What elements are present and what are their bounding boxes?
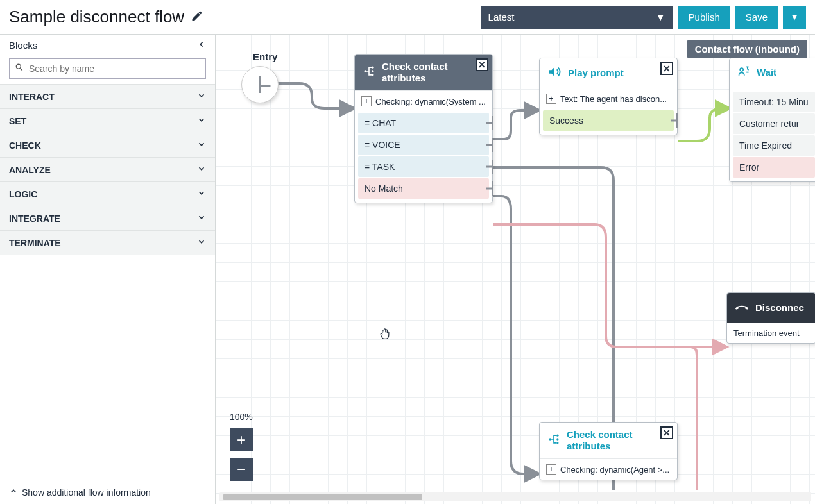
chevron-down-icon <box>197 115 206 126</box>
play-prompt-node[interactable]: Play prompt ✕ + Text: The agent has disc… <box>539 58 678 135</box>
svg-point-2 <box>372 67 373 69</box>
node-title: Check contact attributes <box>382 61 485 84</box>
chevron-down-icon <box>197 164 206 175</box>
node-title: Play prompt <box>568 67 624 79</box>
zoom-in-button[interactable]: + <box>230 428 253 451</box>
disconnect-icon <box>735 299 749 316</box>
branch-voice[interactable]: = VOICE <box>358 135 489 155</box>
expand-icon[interactable]: + <box>361 96 372 106</box>
scrollbar-thumb[interactable] <box>223 494 422 500</box>
close-icon[interactable]: ✕ <box>660 62 673 75</box>
node-config-row[interactable]: + Checking: dynamic(System ... <box>355 90 492 112</box>
entry-port-icon <box>241 66 279 103</box>
branch-task[interactable]: = TASK <box>358 156 489 177</box>
node-title: Wait <box>757 67 776 78</box>
branch-success[interactable]: Success <box>543 110 674 131</box>
horizontal-scrollbar[interactable] <box>219 492 811 501</box>
expand-icon[interactable]: + <box>546 94 556 104</box>
node-title: Disconnec <box>755 302 804 314</box>
flow-canvas[interactable]: Entry Check contact attributes ✕ + Check… <box>216 35 815 504</box>
svg-point-9 <box>556 442 558 444</box>
disconnect-node[interactable]: Disconnec Termination event <box>726 292 815 344</box>
chevron-down-icon <box>197 189 206 199</box>
branch-error[interactable]: Error <box>733 157 815 178</box>
check-attributes-node-2[interactable]: Check contact attributes ✕ + Checking: d… <box>539 422 678 480</box>
close-icon[interactable]: ✕ <box>476 58 488 71</box>
svg-point-3 <box>372 70 373 72</box>
branch-nomatch[interactable]: No Match <box>358 178 489 199</box>
chevron-down-icon <box>197 237 206 248</box>
sidebar-title: Blocks <box>9 40 37 51</box>
zoom-level: 100% <box>230 412 253 422</box>
page-title: Sample disconnect flow <box>9 7 184 27</box>
svg-point-8 <box>556 438 558 440</box>
node-config-row[interactable]: + Checking: dynamic(Agent >... <box>540 458 677 480</box>
branch-time-expired[interactable]: Time Expired <box>733 135 815 156</box>
svg-point-1 <box>365 70 366 72</box>
expand-icon[interactable]: + <box>546 464 556 475</box>
chevron-down-icon <box>197 91 206 102</box>
edit-title-icon[interactable] <box>191 10 203 25</box>
svg-point-7 <box>556 435 558 437</box>
version-label: Latest <box>488 12 515 22</box>
branch-chat[interactable]: = CHAT <box>358 113 489 133</box>
save-button[interactable]: Save <box>735 6 778 29</box>
publish-button[interactable]: Publish <box>678 6 730 29</box>
sidebar-cat-integrate[interactable]: INTEGRATE <box>0 206 215 231</box>
entry-label: Entry <box>253 51 279 62</box>
zoom-out-button[interactable]: − <box>230 458 253 481</box>
sidebar-cat-interact[interactable]: INTERACT <box>0 84 215 109</box>
branch-customer-return[interactable]: Customer retur <box>733 113 815 134</box>
svg-point-5 <box>740 68 743 71</box>
flow-type-badge: Contact flow (inbound) <box>687 40 807 58</box>
sidebar-cat-set[interactable]: SET <box>0 108 215 133</box>
speaker-icon <box>547 65 562 81</box>
branch-timeout[interactable]: Timeout: 15 Minu <box>733 92 815 112</box>
svg-point-4 <box>372 74 373 76</box>
sidebar-cat-logic[interactable]: LOGIC <box>0 181 215 206</box>
search-input-wrap[interactable] <box>9 58 206 79</box>
sidebar-cat-analyze[interactable]: ANALYZE <box>0 157 215 182</box>
chevron-down-icon <box>197 213 206 224</box>
branch-icon <box>547 433 560 448</box>
close-icon[interactable]: ✕ <box>660 426 673 439</box>
node-title: Check contact attributes <box>567 429 669 452</box>
wait-node[interactable]: Wait Timeout: 15 Minu Customer retur Tim… <box>729 58 815 182</box>
version-dropdown[interactable]: Latest ▼ <box>481 6 673 29</box>
search-input[interactable] <box>29 63 200 74</box>
node-config-row: Termination event <box>727 323 815 343</box>
entry-node[interactable]: Entry <box>232 51 279 103</box>
collapse-sidebar-icon[interactable] <box>197 40 206 51</box>
svg-point-0 <box>16 64 21 69</box>
sidebar-cat-terminate[interactable]: TERMINATE <box>0 230 215 255</box>
svg-point-6 <box>549 438 551 440</box>
search-icon <box>15 63 24 74</box>
branch-icon <box>363 65 375 80</box>
chevron-down-icon <box>197 140 206 151</box>
wait-icon <box>737 65 750 80</box>
check-attributes-node[interactable]: Check contact attributes ✕ + Checking: d… <box>354 54 493 203</box>
grab-cursor-icon <box>379 327 391 343</box>
node-config-row[interactable]: + Text: The agent has discon... <box>540 88 677 109</box>
chevron-up-icon <box>9 487 18 498</box>
caret-down-icon: ▼ <box>790 12 798 22</box>
save-dropdown-button[interactable]: ▼ <box>783 6 806 29</box>
show-flow-info[interactable]: Show additional flow information <box>0 480 215 504</box>
sidebar-cat-check[interactable]: CHECK <box>0 133 215 158</box>
caret-down-icon: ▼ <box>656 12 665 22</box>
blocks-sidebar: Blocks INTERACT SET CHECK ANALYZE LOGIC … <box>0 35 216 504</box>
